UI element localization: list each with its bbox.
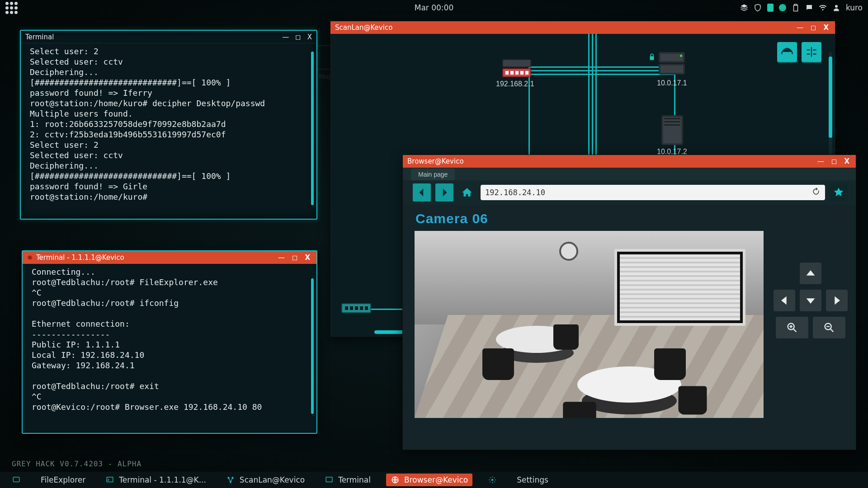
camera-title: Camera 06 <box>403 205 856 231</box>
terminal-remote-window[interactable]: Terminal - 1.1.1.1@Kevico — ◻ X Connecti… <box>22 250 317 434</box>
favorite-button[interactable] <box>830 183 848 202</box>
ptz-controls <box>773 231 849 418</box>
reload-icon[interactable] <box>811 187 821 198</box>
user-label: kuro <box>846 3 863 12</box>
version-label: GREY HACK V0.7.4203 - ALPHA <box>12 460 142 468</box>
ptz-right-button[interactable] <box>826 290 848 311</box>
svg-point-0 <box>835 5 838 8</box>
browser-title: Browser@Kevico <box>407 157 464 165</box>
browser-tab-main[interactable]: Main page <box>411 169 455 180</box>
taskbar-label: Browser@Kevico <box>404 475 468 484</box>
minimize-button[interactable]: — <box>276 253 287 262</box>
scrollbar[interactable] <box>311 278 314 414</box>
address-bar[interactable]: 192.168.24.10 <box>481 185 825 200</box>
close-button[interactable]: X <box>821 23 830 32</box>
scanlan-title: ScanLan@Kevico <box>335 23 392 32</box>
taskbar-desktop-button[interactable] <box>7 474 25 486</box>
maximize-button[interactable]: ◻ <box>809 23 818 32</box>
zoom-out-button[interactable] <box>813 317 845 338</box>
home-button[interactable] <box>458 183 476 202</box>
camera-feed <box>415 231 764 418</box>
terminal-icon <box>105 475 114 484</box>
status-indicator-1 <box>767 4 774 12</box>
svg-point-11 <box>491 479 494 481</box>
terminal-remote-output[interactable]: Connecting... root@Tedblachu:/root# File… <box>23 264 316 415</box>
lock-icon <box>648 53 656 61</box>
router-ip-label: 192.168.2.1 <box>496 80 534 88</box>
ptz-up-button[interactable] <box>800 263 821 284</box>
clipboard-icon[interactable] <box>792 4 800 12</box>
zoom-in-button[interactable] <box>776 317 808 338</box>
svg-rect-5 <box>107 477 113 482</box>
chat-icon[interactable] <box>805 4 813 12</box>
browser-window[interactable]: Browser@Kevico — ◻ X Main page 192.168.2… <box>402 155 856 450</box>
taskbar-label: Terminal - 1.1.1.1@K... <box>119 475 206 484</box>
clock-icon <box>559 242 578 261</box>
server-node-2[interactable] <box>661 115 683 145</box>
minimize-button[interactable]: — <box>816 157 826 165</box>
ptz-down-button[interactable] <box>800 290 821 311</box>
svg-rect-4 <box>13 477 19 482</box>
globe-icon <box>391 475 400 484</box>
window-icon <box>614 249 745 326</box>
close-button[interactable]: X <box>307 33 312 41</box>
maximize-button[interactable]: ◻ <box>830 157 839 165</box>
terminal-local-output[interactable]: Select user: 2 Selected user: cctv Decip… <box>21 43 316 205</box>
maximize-button[interactable]: ◻ <box>295 33 301 41</box>
taskbar-browser[interactable]: Browser@Kevico <box>386 474 472 486</box>
top-bar: Mar 00:00 kuro <box>0 0 868 15</box>
browser-tabstrip[interactable]: Main page <box>403 168 856 180</box>
terminal-icon <box>325 475 334 484</box>
address-url: 192.168.24.10 <box>485 188 545 197</box>
close-button[interactable]: X <box>842 157 851 165</box>
taskbar-scanlan[interactable]: ScanLan@Kevico <box>222 474 309 486</box>
taskbar-terminal[interactable]: Terminal <box>320 474 375 486</box>
close-button[interactable]: X <box>303 253 312 262</box>
terminal-remote-title: Terminal - 1.1.1.1@Kevico <box>36 253 124 262</box>
gear-icon <box>488 475 497 484</box>
record-icon <box>27 255 33 260</box>
taskbar-terminal-remote[interactable]: Terminal - 1.1.1.1@K... <box>101 474 211 486</box>
maximize-button[interactable]: ◻ <box>290 253 299 262</box>
scanlan-titlebar[interactable]: ScanLan@Kevico — ◻ X <box>330 21 835 34</box>
terminal-remote-titlebar[interactable]: Terminal - 1.1.1.1@Kevico — ◻ X <box>23 251 316 264</box>
taskbar-label: ScanLan@Kevico <box>240 475 305 484</box>
switch-node[interactable] <box>341 303 371 313</box>
taskbar-settings[interactable]: Settings <box>512 474 553 486</box>
status-indicator-2 <box>779 4 786 11</box>
forward-button[interactable] <box>435 183 453 202</box>
taskbar-fileexplorer[interactable]: FileExplorer <box>36 474 90 486</box>
server-node-1[interactable] <box>659 52 685 75</box>
browser-titlebar[interactable]: Browser@Kevico — ◻ X <box>403 155 856 168</box>
minimize-button[interactable]: — <box>795 23 805 32</box>
taskbar: FileExplorer Terminal - 1.1.1.1@K... Sca… <box>0 472 868 488</box>
minimize-button[interactable]: — <box>282 33 289 41</box>
back-button[interactable] <box>413 183 431 202</box>
wifi-icon[interactable] <box>819 4 827 12</box>
desktop-icon <box>12 475 21 484</box>
network-icon <box>226 475 235 484</box>
svg-rect-9 <box>326 477 332 482</box>
server1-ip-label: 10.0.17.1 <box>657 79 687 87</box>
apps-grid-icon[interactable] <box>5 2 18 14</box>
taskbar-label: Settings <box>517 475 548 484</box>
browser-navbar: 192.168.24.10 <box>403 180 856 205</box>
split-tool-button[interactable] <box>802 42 821 62</box>
taskbar-settings-gear[interactable] <box>483 474 501 486</box>
clock-label: Mar 00:00 <box>415 3 453 12</box>
scan-tool-button[interactable] <box>777 42 797 62</box>
scrollbar[interactable] <box>311 52 314 205</box>
terminal-local-window[interactable]: Terminal — ◻ X Select user: 2 Selected u… <box>20 30 317 220</box>
ptz-left-button[interactable] <box>774 290 795 311</box>
router-node[interactable] <box>502 68 531 77</box>
taskbar-label: FileExplorer <box>41 475 85 484</box>
terminal-local-titlebar[interactable]: Terminal — ◻ X <box>21 31 316 43</box>
shield-icon[interactable] <box>754 4 762 12</box>
terminal-local-title: Terminal <box>25 33 54 41</box>
taskbar-label: Terminal <box>338 475 371 484</box>
user-icon[interactable] <box>832 4 840 12</box>
layers-icon[interactable] <box>740 4 748 12</box>
